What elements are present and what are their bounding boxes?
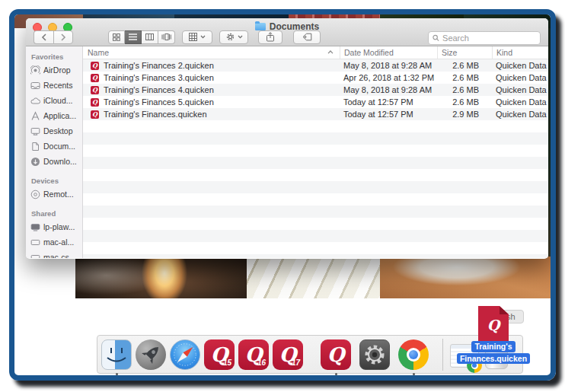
rocket-launch-photo	[75, 257, 247, 298]
sidebar-item-label: lp-plaw...	[43, 222, 75, 231]
column-header-label: Kind	[496, 48, 512, 57]
search-icon	[433, 34, 439, 42]
back-button[interactable]	[34, 30, 53, 44]
dock-item-quicken[interactable]: Q	[321, 339, 351, 370]
sidebar-item-remote-disc[interactable]: Remot...	[26, 186, 82, 202]
sidebar-item-desktop[interactable]: Desktop	[26, 123, 82, 139]
tag-button[interactable]	[293, 30, 321, 44]
sidebar-item-label: Docum...	[43, 142, 75, 151]
column-view-button[interactable]	[142, 30, 158, 44]
file-size: 2.6 MB	[437, 61, 492, 70]
file-name: Training's Finances 4.quicken	[104, 85, 214, 94]
display-icon	[30, 253, 40, 259]
screenshot-page: Documents	[0, 0, 565, 392]
column-header-size[interactable]: Size	[437, 46, 492, 59]
file-row[interactable]: QTraining's Finances.quicken Today at 12…	[83, 108, 548, 120]
remote-disc-icon	[30, 190, 40, 199]
quicken-icon: Q	[321, 339, 351, 370]
search-field[interactable]	[428, 31, 541, 45]
action-button[interactable]	[219, 30, 248, 44]
finder-window: Documents	[26, 18, 548, 259]
sidebar-item-applications[interactable]: Applica...	[26, 108, 82, 123]
sidebar-item-label: Desktop	[43, 126, 73, 135]
file-row[interactable]: QTraining's Finances 4.quicken May 8, 20…	[83, 84, 548, 96]
column-header-kind[interactable]: Kind	[492, 46, 548, 59]
list-view-button[interactable]	[125, 30, 142, 44]
background-photo-band	[75, 257, 551, 298]
sidebar-item-label: mac-cs...	[43, 253, 76, 258]
file-row[interactable]: QTraining's Finances 2.quicken May 8, 20…	[83, 59, 548, 72]
file-list: Name Date Modified Size Kind QTraining's…	[83, 46, 548, 258]
sidebar-item-mac-al[interactable]: mac-al...	[26, 234, 82, 250]
window-body: Favorites AirDrop Recents iCloud...	[26, 46, 548, 258]
file-row[interactable]: QTraining's Finances 5.quicken Today at …	[83, 96, 548, 108]
dock-item-launchpad[interactable]	[136, 339, 166, 370]
file-name-cell: QTraining's Finances 3.quicken	[83, 73, 340, 82]
dock-item-safari[interactable]	[170, 339, 200, 370]
applications-icon	[30, 111, 40, 121]
display-icon	[30, 237, 40, 247]
documents-icon	[30, 142, 40, 151]
quicken-2015-icon: Q15	[204, 339, 235, 370]
sidebar-section-shared: Shared	[26, 207, 82, 219]
sidebar-item-documents[interactable]: Docum...	[26, 139, 82, 154]
quicken-file-icon: Q	[91, 110, 99, 119]
search-input[interactable]	[442, 33, 536, 43]
icon-view-button[interactable]	[108, 30, 125, 44]
gear-icon	[225, 32, 235, 42]
dragged-file-label-line1: Training's	[471, 341, 515, 352]
coverflow-view-icon	[161, 33, 171, 40]
dragged-quicken-file-icon[interactable]: Q	[478, 306, 509, 341]
safari-icon	[170, 339, 200, 370]
dock-item-finder[interactable]	[101, 339, 132, 370]
sidebar-item-lp-plaw[interactable]: lp-plaw...	[26, 219, 82, 234]
quicken-file-icon: Q	[91, 98, 99, 107]
file-row[interactable]: QTraining's Finances 3.quicken Apr 26, 2…	[83, 72, 548, 84]
dock-item-chrome[interactable]	[398, 339, 429, 370]
dock-item-system-preferences[interactable]	[359, 339, 390, 370]
file-size: 2.6 MB	[437, 85, 492, 94]
sidebar-section-favorites: Favorites	[26, 50, 82, 62]
file-size: 2.9 MB	[437, 110, 492, 119]
sidebar: Favorites AirDrop Recents iCloud...	[26, 46, 83, 258]
coverflow-view-button[interactable]	[158, 30, 175, 44]
file-name-cell: QTraining's Finances 4.quicken	[83, 85, 340, 94]
file-name-cell: QTraining's Finances 5.quicken	[83, 97, 340, 107]
dock-item-quicken-2016[interactable]: Q16	[238, 339, 269, 370]
version-badge: 17	[292, 359, 300, 367]
window-header: Documents	[26, 18, 548, 46]
share-button[interactable]	[258, 30, 282, 44]
system-preferences-icon	[359, 339, 390, 370]
dock-item-quicken-2017[interactable]: Q17	[273, 339, 303, 370]
icloud-icon	[30, 96, 40, 106]
sidebar-item-airdrop[interactable]: AirDrop	[26, 62, 82, 78]
sidebar-item-recents[interactable]: Recents	[26, 78, 82, 93]
sidebar-section-devices: Devices	[26, 174, 82, 186]
sidebar-item-mac-cs[interactable]: mac-cs...	[26, 250, 82, 258]
file-size: 2.6 MB	[437, 97, 492, 107]
column-header-label: Date Modified	[344, 48, 394, 57]
file-name: Training's Finances 3.quicken	[104, 73, 214, 82]
back-icon	[41, 33, 47, 41]
dragged-file-label-line2: Finances.quicken	[457, 353, 530, 365]
file-rows: QTraining's Finances 2.quicken May 8, 20…	[83, 59, 548, 258]
quicken-2017-icon: Q17	[273, 339, 303, 370]
forward-icon	[60, 33, 66, 41]
sidebar-item-downloads[interactable]: Downlo...	[26, 154, 82, 169]
sidebar-item-icloud[interactable]: iCloud...	[26, 93, 82, 108]
forward-button[interactable]	[53, 30, 73, 44]
column-view-icon	[145, 33, 154, 40]
column-header-name[interactable]: Name	[83, 46, 340, 59]
column-header-date-modified[interactable]: Date Modified	[340, 46, 437, 59]
column-headers: Name Date Modified Size Kind	[83, 46, 548, 59]
version-badge: 15	[223, 359, 231, 367]
dock-divider	[442, 339, 443, 371]
sidebar-item-label: Remot...	[43, 190, 74, 199]
dock-item-quicken-2015[interactable]: Q15	[204, 339, 235, 370]
launchpad-icon	[136, 339, 166, 370]
nav-button-group	[34, 30, 73, 44]
quicken-2016-icon: Q16	[238, 339, 269, 370]
recents-icon	[30, 81, 40, 91]
group-button[interactable]	[182, 30, 212, 44]
toolbar	[34, 30, 321, 44]
